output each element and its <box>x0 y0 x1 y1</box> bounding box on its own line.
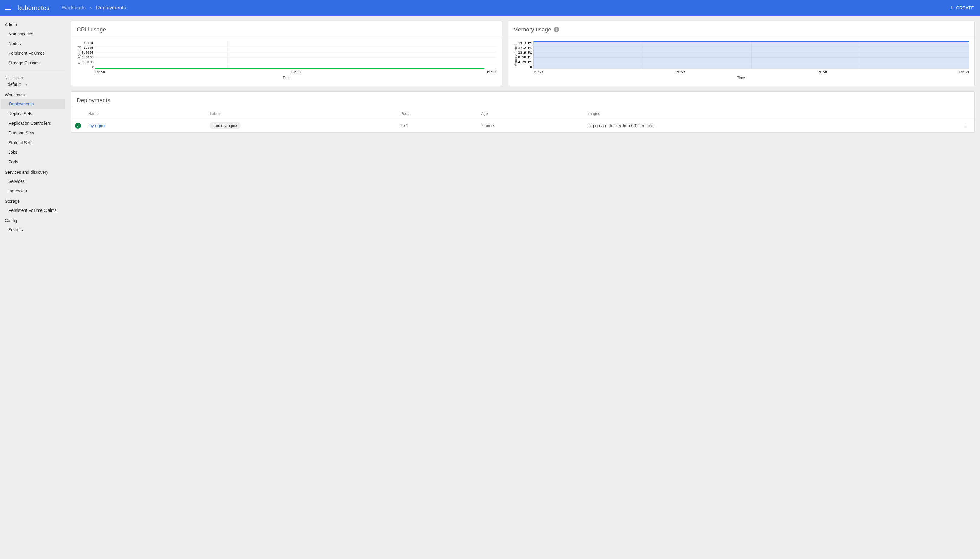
sidebar-section-config[interactable]: Config <box>0 215 66 225</box>
sidebar-item-services[interactable]: Services <box>0 177 66 186</box>
sidebar-item-stateful-sets[interactable]: Stateful Sets <box>0 138 66 147</box>
sidebar-item-pvc[interactable]: Persistent Volume Claims <box>0 205 66 215</box>
pods-cell: 2 / 2 <box>397 119 477 132</box>
deployments-table: Name Labels Pods Age Images ✓ my-nginx r… <box>71 108 974 132</box>
sidebar-item-nodes[interactable]: Nodes <box>0 39 66 48</box>
cpu-series-line <box>95 68 484 69</box>
deployment-name-link[interactable]: my-nginx <box>88 123 106 128</box>
col-age[interactable]: Age <box>477 108 583 119</box>
dropdown-arrow-icon: ▼ <box>25 83 28 86</box>
divider <box>0 71 66 71</box>
sidebar-item-secrets[interactable]: Secrets <box>0 225 66 235</box>
row-menu-icon[interactable]: ⋮ <box>963 123 968 129</box>
status-ok-icon: ✓ <box>75 123 81 129</box>
cpu-xlabel: Time <box>77 76 496 80</box>
memory-xlabel: Time <box>513 76 969 80</box>
sidebar-item-storage-classes[interactable]: Storage Classes <box>0 58 66 68</box>
cpu-xticks: 19:58 19:58 19:59 <box>95 70 496 74</box>
sidebar-section-storage[interactable]: Storage <box>0 196 66 205</box>
deployments-title: Deployments <box>71 91 974 108</box>
memory-plot <box>533 41 969 69</box>
memory-series-fill <box>534 42 969 69</box>
memory-card-title: Memory usage <box>513 26 551 33</box>
main-content: CPU usage CPU (cores) 0.001 0.001 0.0008… <box>66 16 980 559</box>
sidebar: Admin Namespaces Nodes Persistent Volume… <box>0 16 66 559</box>
memory-xticks: 19:57 19:57 19:58 19:59 <box>533 70 969 74</box>
cpu-yticks: 0.001 0.001 0.0008 0.0005 0.0003 0 <box>81 41 95 69</box>
plus-icon: + <box>950 5 954 11</box>
sidebar-item-daemon-sets[interactable]: Daemon Sets <box>0 128 66 138</box>
create-label: CREATE <box>956 5 974 10</box>
memory-yticks: 19.3 Mi 17.2 Mi 12.9 Mi 8.58 Mi 4.29 Mi … <box>518 41 533 69</box>
sidebar-item-deployments[interactable]: Deployments <box>1 99 65 109</box>
memory-usage-card: Memory usage i Memory (bytes) 19.3 Mi 17… <box>507 21 975 86</box>
create-button[interactable]: + CREATE <box>950 5 974 11</box>
images-cell: sz-pg-oam-docker-hub-001.tendclo.. <box>583 119 959 132</box>
deployments-card: Deployments Name Labels Pods Age Images <box>71 91 975 133</box>
cpu-ylabel: CPU (cores) <box>77 41 81 69</box>
info-icon[interactable]: i <box>554 27 559 32</box>
namespace-select[interactable]: default ▼ <box>5 81 29 88</box>
col-labels[interactable]: Labels <box>206 108 397 119</box>
sidebar-item-ingresses[interactable]: Ingresses <box>0 186 66 196</box>
menu-icon[interactable] <box>5 4 12 12</box>
cpu-plot <box>95 41 496 69</box>
cpu-card-title: CPU usage <box>71 22 502 36</box>
sidebar-section-workloads[interactable]: Workloads <box>0 89 66 99</box>
chevron-right-icon: › <box>90 5 92 11</box>
table-row[interactable]: ✓ my-nginx run: my-nginx 2 / 2 7 hours s… <box>71 119 974 132</box>
sidebar-item-persistent-volumes[interactable]: Persistent Volumes <box>0 48 66 58</box>
app-header: kubernetes Workloads › Deployments + CRE… <box>0 0 980 16</box>
breadcrumb-parent[interactable]: Workloads <box>62 5 86 11</box>
col-pods[interactable]: Pods <box>397 108 477 119</box>
sidebar-item-pods[interactable]: Pods <box>0 157 66 167</box>
label-chip[interactable]: run: my-nginx <box>210 122 241 129</box>
memory-ylabel: Memory (bytes) <box>513 41 518 69</box>
namespace-selected: default <box>8 82 21 87</box>
logo: kubernetes <box>18 5 50 12</box>
col-images[interactable]: Images <box>583 108 959 119</box>
sidebar-item-replication-controllers[interactable]: Replication Controllers <box>0 119 66 128</box>
sidebar-item-jobs[interactable]: Jobs <box>0 147 66 157</box>
age-cell: 7 hours <box>477 119 583 132</box>
sidebar-section-admin[interactable]: Admin <box>0 19 66 29</box>
sidebar-section-services[interactable]: Services and discovery <box>0 167 66 177</box>
namespace-label: Namespace <box>0 74 66 80</box>
sidebar-item-namespaces[interactable]: Namespaces <box>0 29 66 39</box>
breadcrumb-current: Deployments <box>96 5 126 11</box>
memory-series-line <box>534 41 969 42</box>
sidebar-item-replica-sets[interactable]: Replica Sets <box>0 109 66 119</box>
cpu-usage-card: CPU usage CPU (cores) 0.001 0.001 0.0008… <box>71 21 502 86</box>
col-name[interactable]: Name <box>84 108 206 119</box>
breadcrumb: Workloads › Deployments <box>62 5 126 11</box>
